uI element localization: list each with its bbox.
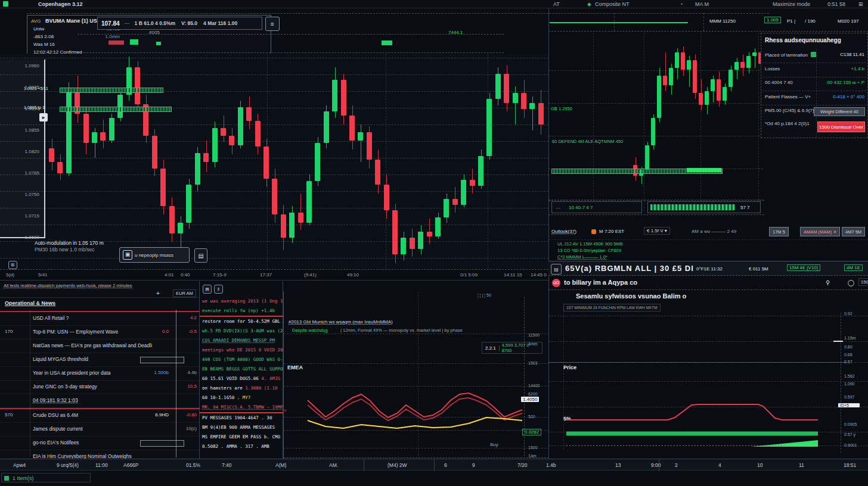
status-cell: 11	[799, 462, 804, 468]
positions-summary: UL 212 AV 1.15M 450K 900 5MB13 CO *60-0-…	[551, 241, 760, 260]
sidebar-separator	[762, 105, 866, 105]
grid-icon[interactable]: ⊞	[858, 1, 863, 7]
maximize-mode-label[interactable]: Maximize mode	[773, 1, 810, 7]
right-header-cell: P1 |	[787, 18, 795, 24]
calendar-row-value-2: -0.5	[176, 329, 197, 334]
status-cell: 01.5%	[186, 462, 200, 468]
candle	[289, 213, 294, 238]
candle	[229, 136, 234, 145]
candle	[486, 99, 492, 155]
candle	[135, 67, 140, 104]
candle	[306, 181, 312, 223]
symbol-title[interactable]: BVUMA Mane (1) USB	[45, 18, 101, 24]
main-chart[interactable]	[0, 54, 548, 269]
toolbar-item[interactable]: 1 B 61.0 4 0.5%m	[135, 20, 176, 26]
collapse-icon[interactable]: ⊞	[8, 261, 17, 269]
price-axis-label: 1.0750	[25, 192, 39, 197]
depth-left-values: 10 40-7 4 7	[569, 205, 593, 210]
right-header-cell: M020 197	[838, 18, 859, 24]
candle	[109, 118, 114, 141]
log-icon-2[interactable]: ‖	[214, 285, 223, 294]
status-cell: A(M)	[275, 462, 286, 468]
toolbar-divider	[27, 13, 769, 14]
calendar-row-value-2: 4.4b	[176, 370, 197, 375]
candle	[315, 143, 320, 181]
advisor-button[interactable]: 4M7 5M	[842, 227, 865, 236]
snapshot-icon: ≡	[271, 21, 274, 27]
premium-chart[interactable]	[548, 262, 868, 459]
log-line: BM 9(4)EB 900 ARMA MESSAGES	[200, 423, 283, 432]
strategy-button[interactable]: ▣ u nepeoplp msass	[119, 247, 190, 263]
chart-marker-icon[interactable]: ▸	[39, 113, 48, 122]
time-axis-bottom-border	[0, 280, 548, 281]
calendar-row-text: Year in USA at president prior data	[33, 370, 111, 376]
order-line[interactable]	[60, 107, 172, 112]
chart-note-1: Auto-modulation in 1.05 170 m	[35, 240, 104, 246]
advisor-name[interactable]: Outlook(37)	[551, 229, 576, 234]
gridline-h	[548, 446, 868, 446]
close-order-button[interactable]: 1500 Dismissal Over	[817, 122, 865, 132]
candle	[717, 79, 721, 101]
gridline-h	[284, 417, 549, 418]
depth-box-left[interactable]: 10 40-7 4 7 —	[551, 201, 642, 213]
order-line[interactable]	[60, 88, 163, 93]
candle	[401, 238, 406, 254]
candle-wick	[665, 52, 666, 91]
snapshot-button[interactable]: ≡	[265, 17, 280, 31]
calendar-panel: All tests realtime-dispatch payments web…	[0, 281, 200, 459]
gridline-h	[0, 74, 548, 75]
calendar-filter-tag[interactable]: EUR AM	[173, 289, 196, 297]
sidebar-row-label: PM5.00 (C/45) & 6.9(7)0	[765, 108, 815, 113]
depth-box-right[interactable]: 57 7	[647, 201, 761, 213]
log-line: 0.5082 . AMMA . 317 . AMB	[200, 442, 283, 451]
calendar-add-button[interactable]: +	[156, 290, 160, 297]
premium-axis-label: 0.57 y	[844, 432, 855, 437]
candle	[681, 52, 685, 70]
bell-icon[interactable]: ◔	[680, 1, 683, 7]
indicator-axis-label: 1503	[528, 361, 538, 365]
log-line-text: MR. 94 MISC(S.A. 5.TBMW — 19MP	[202, 404, 283, 410]
advisor-button[interactable]: AMAM (MAM) ✕	[800, 227, 840, 236]
log-line-text: EB BEAMS BEGGS GOTTS ALL SUPPORT	[202, 366, 283, 372]
premium-axis-label: 0.597	[844, 395, 855, 399]
indicator-chart[interactable]	[284, 292, 549, 459]
candle	[461, 180, 466, 205]
candle	[470, 180, 475, 186]
menu-item-mam[interactable]: MA M	[695, 1, 709, 7]
indicator-axis-label: 14400	[528, 384, 540, 388]
log-icon-1[interactable]: ▤	[203, 285, 212, 294]
toggle-icon[interactable]	[811, 52, 816, 57]
candle	[504, 74, 509, 103]
candle	[152, 136, 157, 169]
gridline-h	[548, 341, 868, 342]
status-cell: (M4) 2W	[388, 462, 407, 468]
titlebar: Copenhagen 3.12 AT ◈ Composite NT ◔ MA M…	[0, 0, 868, 8]
log-line-text: on hamsters are	[202, 385, 245, 391]
status-cell: 18:51	[844, 462, 856, 468]
toolbar-item[interactable]: 4 Mar 116 1.00	[203, 20, 237, 26]
camera-button[interactable]: ▤	[194, 248, 207, 263]
announcements-panel: Rhess audsequnnuuahegg Placed of laminat…	[761, 33, 868, 138]
right-chart[interactable]	[548, 33, 763, 211]
time-axis-label: 0/1 5:09	[460, 272, 478, 278]
toolbar-item[interactable]: V: 85.0	[181, 20, 197, 26]
candle	[645, 145, 649, 169]
advisor-lot-select[interactable]: € 1.5f V ▾	[644, 227, 670, 235]
status-cell: 6	[444, 462, 447, 468]
menu-item-composite[interactable]: Composite NT	[595, 1, 630, 7]
quote-price: 107.84	[101, 20, 120, 27]
premium-slider-handle[interactable]: ID+5	[838, 403, 860, 407]
menu-item-at[interactable]: AT	[553, 1, 560, 7]
advisor-button[interactable]: 17M 5	[769, 227, 789, 236]
candle	[169, 206, 175, 233]
items-chip[interactable]: 1 Item(s)	[1, 473, 91, 482]
sidebar-grey-button[interactable]: Weight Different 40	[814, 107, 865, 116]
log-line-tail: MY?	[243, 395, 251, 400]
candle-wick	[361, 124, 361, 163]
premium-axis-dash[interactable]	[833, 341, 843, 342]
spark-upper-line	[78, 34, 504, 35]
premium-axis-label: 1.15m	[844, 336, 855, 340]
time-axis-label: 5/41	[38, 272, 48, 278]
candle-wick	[300, 194, 301, 230]
spark-mark-green-1	[130, 39, 138, 45]
